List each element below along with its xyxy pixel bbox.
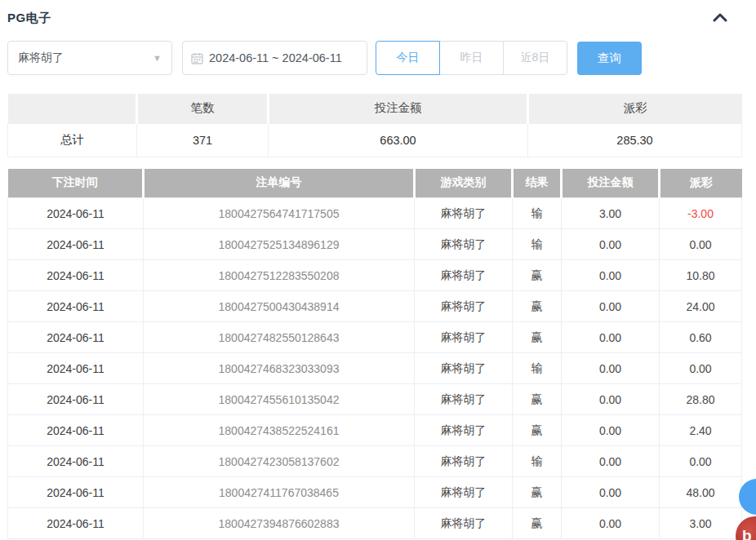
payout-cell: 10.80	[660, 260, 742, 291]
chevron-up-icon	[713, 11, 727, 25]
result-cell: 输	[513, 353, 562, 384]
summary-total-bet-amount: 663.00	[269, 123, 528, 157]
game-type-cell: 麻将胡了	[415, 415, 513, 446]
game-type-cell: 麻将胡了	[415, 508, 513, 539]
bet-amount-cell: 0.00	[562, 477, 660, 508]
summary-total-count: 371	[137, 123, 269, 157]
game-type-cell: 麻将胡了	[415, 229, 513, 260]
payout-cell: 48.00	[660, 477, 742, 508]
quick-date-button-group: 今日 昨日 近8日	[376, 41, 567, 75]
result-cell: 赢	[513, 291, 562, 322]
summary-total-row: 总计 371 663.00 285.30	[8, 123, 742, 157]
summary-total-label: 总计	[8, 123, 137, 157]
date-range-value: 2024-06-11 ~ 2024-06-11	[209, 51, 342, 64]
date-range-input[interactable]: 2024-06-11 ~ 2024-06-11	[182, 41, 367, 75]
summary-header-row: 笔数 投注金额 派彩	[8, 94, 742, 123]
table-row: 2024-06-11 1800427455610135042 麻将胡了 赢 0.…	[8, 384, 742, 415]
bet-amount-cell: 0.00	[562, 508, 660, 539]
bet-amount-cell: 0.00	[562, 415, 660, 446]
table-row: 2024-06-11 1800427512283550208 麻将胡了 赢 0.…	[8, 260, 742, 291]
game-type-cell: 麻将胡了	[415, 477, 513, 508]
calendar-icon	[191, 52, 203, 64]
game-type-cell: 麻将胡了	[415, 353, 513, 384]
result-cell: 赢	[513, 508, 562, 539]
bet-amount-cell: 0.00	[562, 260, 660, 291]
bet-amount-cell: 0.00	[562, 446, 660, 477]
bet-time-cell: 2024-06-11	[8, 260, 144, 291]
order-id-cell: 1800427482550128643	[144, 322, 415, 353]
result-cell: 输	[513, 229, 562, 260]
bet-header-result: 结果	[513, 169, 562, 198]
payout-cell: 28.80	[660, 384, 742, 415]
payout-cell: 3.00	[660, 508, 742, 539]
filter-bar: 麻将胡了 ▼ 2024-06-11 ~ 2024-06-11 今日 昨日 近8日…	[7, 41, 741, 75]
game-select-value: 麻将胡了	[18, 51, 64, 65]
quick-filter-today-button[interactable]: 今日	[376, 41, 440, 75]
bet-header-time: 下注时间	[8, 169, 144, 198]
order-id-cell: 1800427438522524161	[144, 415, 415, 446]
order-id-cell: 1800427512283550208	[144, 260, 415, 291]
result-cell: 赢	[513, 384, 562, 415]
table-row: 2024-06-11 1800427468323033093 麻将胡了 输 0.…	[8, 353, 742, 384]
table-row: 2024-06-11 1800427564741717505 麻将胡了 输 3.…	[8, 198, 742, 229]
bet-header-order-id: 注单编号	[144, 169, 415, 198]
pg-panel: PG电子 麻将胡了 ▼ 2024-06-11 ~ 2024-06-11 今日 昨…	[0, 0, 756, 540]
order-id-cell: 1800427455610135042	[144, 384, 415, 415]
bet-time-cell: 2024-06-11	[8, 353, 144, 384]
summary-header-bet-amount: 投注金额	[269, 94, 528, 123]
bet-header-game: 游戏类别	[415, 169, 513, 198]
game-type-cell: 麻将胡了	[415, 446, 513, 477]
order-id-cell: 1800427423058137602	[144, 446, 415, 477]
chevron-down-icon: ▼	[153, 53, 162, 63]
order-id-cell: 1800427394876602883	[144, 508, 415, 539]
game-select[interactable]: 麻将胡了 ▼	[7, 41, 172, 75]
bet-amount-cell: 0.00	[562, 229, 660, 260]
bet-amount-cell: 0.00	[562, 384, 660, 415]
table-row: 2024-06-11 1800427411767038465 麻将胡了 赢 0.…	[8, 477, 742, 508]
order-id-cell: 1800427468323033093	[144, 353, 415, 384]
table-row: 2024-06-11 1800427500430438914 麻将胡了 赢 0.…	[8, 291, 742, 322]
order-id-cell: 1800427411767038465	[144, 477, 415, 508]
payout-cell: 0.00	[660, 446, 742, 477]
collapse-button[interactable]	[709, 8, 732, 28]
bet-amount-cell: 0.00	[562, 353, 660, 384]
payout-cell: 2.40	[660, 415, 742, 446]
bet-header-amount: 投注金额	[562, 169, 660, 198]
bet-time-cell: 2024-06-11	[8, 291, 144, 322]
result-cell: 赢	[513, 415, 562, 446]
summary-header-blank	[8, 94, 137, 123]
table-row: 2024-06-11 1800427394876602883 麻将胡了 赢 0.…	[8, 508, 742, 539]
bet-time-cell: 2024-06-11	[8, 384, 144, 415]
panel-header: PG电子	[7, 0, 741, 34]
game-type-cell: 麻将胡了	[415, 198, 513, 229]
bet-time-cell: 2024-06-11	[8, 477, 144, 508]
payout-cell: 24.00	[660, 291, 742, 322]
bet-amount-cell: 0.00	[562, 322, 660, 353]
order-id-cell: 1800427525134896129	[144, 229, 415, 260]
payout-cell: 0.00	[660, 353, 742, 384]
search-button[interactable]: 查询	[577, 42, 642, 75]
table-row: 2024-06-11 1800427525134896129 麻将胡了 输 0.…	[8, 229, 742, 260]
bet-time-cell: 2024-06-11	[8, 198, 144, 229]
summary-header-count: 笔数	[137, 94, 269, 123]
game-type-cell: 麻将胡了	[415, 322, 513, 353]
payout-cell: 0.60	[660, 322, 742, 353]
bet-time-cell: 2024-06-11	[8, 508, 144, 539]
result-cell: 输	[513, 198, 562, 229]
summary-table: 笔数 投注金额 派彩 总计 371 663.00 285.30	[7, 94, 742, 157]
result-cell: 输	[513, 446, 562, 477]
bet-records-table: 下注时间 注单编号 游戏类别 结果 投注金额 派彩 2024-06-11 180…	[7, 169, 742, 540]
summary-header-payout: 派彩	[528, 94, 742, 123]
brand-float-label: b	[742, 527, 752, 540]
result-cell: 赢	[513, 260, 562, 291]
quick-filter-yesterday-button[interactable]: 昨日	[439, 41, 504, 75]
game-type-cell: 麻将胡了	[415, 260, 513, 291]
bet-time-cell: 2024-06-11	[8, 415, 144, 446]
game-type-cell: 麻将胡了	[415, 384, 513, 415]
quick-filter-last8days-button[interactable]: 近8日	[503, 41, 567, 75]
payout-cell: -3.00	[660, 198, 742, 229]
order-id-cell: 1800427564741717505	[144, 198, 415, 229]
game-type-cell: 麻将胡了	[415, 291, 513, 322]
order-id-cell: 1800427500430438914	[144, 291, 415, 322]
bet-header-payout: 派彩	[660, 169, 742, 198]
